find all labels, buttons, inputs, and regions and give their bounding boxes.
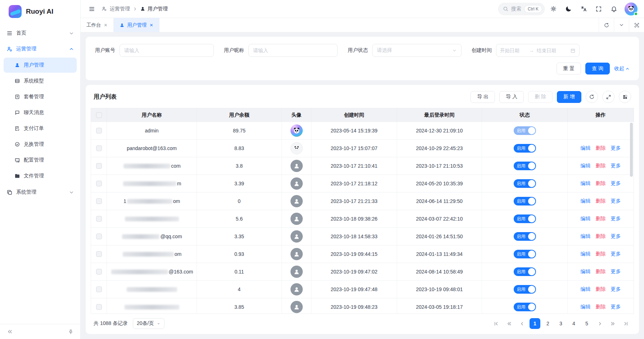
edit-link[interactable]: 编辑	[581, 286, 591, 293]
first-page-button[interactable]	[491, 318, 501, 329]
add-button[interactable]: 新 增	[557, 91, 581, 103]
user-avatar[interactable]	[625, 3, 638, 15]
sidebar-item-redeem-management[interactable]: 兑换管理	[4, 137, 77, 152]
sidebar-item-operations[interactable]: 运营管理	[0, 41, 80, 57]
sidebar-item-payment-orders[interactable]: 支付订单	[4, 121, 77, 136]
row-checkbox[interactable]	[96, 234, 102, 239]
breadcrumb-parent[interactable]: 运营管理	[110, 6, 130, 12]
row-checkbox[interactable]	[96, 163, 102, 169]
more-link[interactable]: 更多	[611, 180, 621, 187]
more-link[interactable]: 更多	[611, 163, 621, 169]
status-toggle[interactable]: 启用	[514, 214, 536, 223]
sidebar-item-config-management[interactable]: 配置管理	[4, 153, 77, 168]
more-link[interactable]: 更多	[611, 145, 621, 152]
status-toggle[interactable]: 启用	[514, 250, 536, 258]
translate-icon[interactable]	[577, 3, 590, 15]
more-link[interactable]: 更多	[611, 268, 621, 275]
search-button[interactable]: 查 询	[585, 63, 610, 74]
row-checkbox[interactable]	[96, 145, 102, 151]
edit-link[interactable]: 编辑	[581, 268, 591, 275]
tabs-dropdown-chevron-icon[interactable]	[614, 18, 629, 32]
sidebar-item-home[interactable]: 首页	[0, 25, 80, 41]
delete-link[interactable]: 删除	[596, 180, 606, 187]
export-button[interactable]: 导 出	[470, 91, 495, 103]
delete-link[interactable]: 删除	[596, 304, 606, 310]
close-icon[interactable]: ✕	[104, 23, 108, 28]
status-toggle[interactable]: 启用	[514, 162, 536, 170]
delete-link[interactable]: 删除	[596, 251, 606, 257]
edit-link[interactable]: 编辑	[581, 216, 591, 222]
start-date-input[interactable]	[500, 48, 526, 53]
page-number-2[interactable]: 2	[542, 318, 553, 329]
table-scrollbar[interactable]	[630, 123, 633, 177]
hamburger-menu-icon[interactable]	[87, 4, 96, 14]
row-checkbox[interactable]	[96, 269, 102, 275]
edit-link[interactable]: 编辑	[581, 251, 591, 257]
delete-link[interactable]: 删除	[596, 145, 606, 152]
import-button[interactable]: 导 入	[499, 91, 524, 103]
delete-link[interactable]: 删除	[596, 163, 606, 169]
settings-gear-icon[interactable]	[547, 3, 560, 15]
collapse-sidebar-button[interactable]	[5, 327, 14, 336]
select-all-checkbox[interactable]	[96, 112, 102, 118]
page-number-3[interactable]: 3	[555, 318, 566, 329]
delete-link[interactable]: 删除	[596, 268, 606, 275]
page-size-select[interactable]: 20条/页	[133, 318, 165, 329]
delete-link[interactable]: 删除	[596, 286, 606, 293]
sidebar-item-chat-messages[interactable]: 聊天消息	[4, 105, 77, 120]
user-status-select[interactable]: 请选择	[372, 44, 461, 57]
row-checkbox[interactable]	[96, 128, 102, 134]
sidebar-item-system[interactable]: 系统管理	[0, 184, 80, 200]
status-toggle[interactable]: 启用	[514, 267, 536, 276]
edit-link[interactable]: 编辑	[581, 163, 591, 169]
delete-link[interactable]: 删除	[596, 233, 606, 240]
fast-next-button[interactable]	[607, 318, 618, 329]
delete-button[interactable]: 删 除	[528, 91, 553, 103]
status-toggle[interactable]: 启用	[514, 197, 536, 205]
status-toggle[interactable]: 启用	[514, 179, 536, 188]
sidebar-item-file-management[interactable]: 文件管理	[4, 168, 77, 184]
page-number-5[interactable]: 5	[581, 318, 592, 329]
tab-workbench[interactable]: 工作台 ✕	[81, 18, 114, 32]
created-time-range-picker[interactable]: →	[496, 44, 580, 57]
fullscreen-icon[interactable]	[592, 3, 605, 15]
edit-link[interactable]: 编辑	[581, 198, 591, 204]
prev-page-button[interactable]	[517, 318, 527, 329]
tab-user-management[interactable]: 用户管理 ✕	[114, 18, 159, 32]
pin-sidebar-button[interactable]	[66, 327, 75, 336]
edit-link[interactable]: 编辑	[581, 145, 591, 152]
edit-link[interactable]: 编辑	[581, 180, 591, 187]
edit-link[interactable]: 编辑	[581, 233, 591, 240]
collapse-filters-link[interactable]: 收起	[614, 65, 630, 72]
row-checkbox[interactable]	[96, 304, 102, 310]
sidebar-item-system-models[interactable]: 系统模型	[4, 73, 77, 89]
more-link[interactable]: 更多	[611, 286, 621, 293]
refresh-table-icon[interactable]	[586, 91, 598, 103]
row-checkbox[interactable]	[96, 286, 102, 292]
more-link[interactable]: 更多	[611, 233, 621, 240]
more-link[interactable]: 更多	[611, 304, 621, 310]
maximize-content-icon[interactable]	[629, 18, 644, 32]
status-toggle[interactable]: 启用	[514, 303, 536, 311]
row-checkbox[interactable]	[96, 181, 102, 186]
edit-link[interactable]: 编辑	[581, 304, 591, 310]
status-toggle[interactable]: 启用	[514, 126, 536, 135]
close-icon[interactable]: ✕	[150, 23, 153, 28]
reset-button[interactable]: 重 置	[557, 63, 581, 74]
notification-bell-icon[interactable]	[607, 3, 620, 15]
next-page-button[interactable]	[594, 318, 605, 329]
column-settings-icon[interactable]	[619, 91, 631, 103]
row-checkbox[interactable]	[96, 198, 102, 204]
row-checkbox[interactable]	[96, 251, 102, 257]
status-toggle[interactable]: 启用	[514, 144, 536, 153]
user-account-input[interactable]	[120, 44, 214, 57]
expand-table-icon[interactable]	[602, 91, 614, 103]
status-toggle[interactable]: 启用	[514, 285, 536, 294]
delete-link[interactable]: 删除	[596, 216, 606, 222]
page-number-1[interactable]: 1	[530, 318, 540, 329]
fast-prev-button[interactable]	[504, 318, 514, 329]
global-search[interactable]: 搜索 Ctrl K	[498, 3, 545, 15]
delete-link[interactable]: 删除	[596, 198, 606, 204]
status-toggle[interactable]: 启用	[514, 232, 536, 241]
sidebar-item-user-management[interactable]: 用户管理	[4, 58, 77, 73]
